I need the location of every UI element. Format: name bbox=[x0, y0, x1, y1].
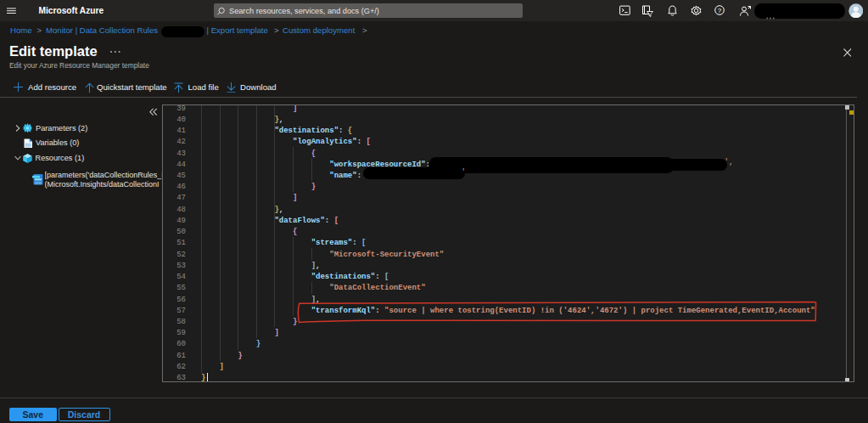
svg-text:?: ? bbox=[717, 7, 721, 14]
